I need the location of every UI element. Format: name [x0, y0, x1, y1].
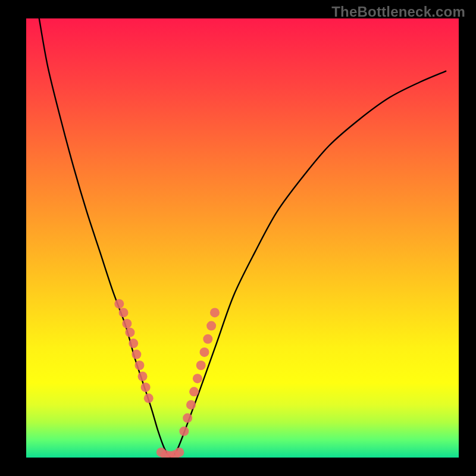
- marker-left-cluster: [129, 339, 138, 348]
- marker-right-cluster: [186, 400, 196, 409]
- marker-left-cluster: [134, 361, 144, 370]
- marker-right-cluster: [189, 387, 199, 396]
- marker-right-cluster: [196, 361, 206, 370]
- marker-right-cluster: [200, 347, 209, 357]
- marker-right-cluster: [179, 427, 189, 436]
- marker-left-cluster: [131, 350, 141, 359]
- marker-right-cluster: [183, 414, 192, 423]
- marker-left-cluster: [119, 308, 129, 317]
- plot-svg: [26, 18, 459, 458]
- marker-bottom-cluster: [174, 447, 184, 457]
- plot-area: [26, 18, 459, 458]
- marker-left-cluster: [125, 328, 134, 337]
- marker-left-cluster: [144, 393, 154, 403]
- marker-left-cluster: [114, 299, 124, 309]
- watermark-text: TheBottleneck.com: [331, 4, 465, 20]
- curve-bottleneck-curve: [39, 18, 446, 458]
- marker-right-cluster: [210, 308, 220, 317]
- marker-left-cluster: [138, 371, 148, 381]
- marker-left-cluster: [141, 383, 151, 392]
- chart-stage: TheBottleneck.com: [0, 0, 476, 476]
- marker-right-cluster: [203, 334, 212, 344]
- marker-right-cluster: [206, 321, 216, 331]
- marker-left-cluster: [122, 319, 131, 328]
- marker-right-cluster: [193, 374, 202, 383]
